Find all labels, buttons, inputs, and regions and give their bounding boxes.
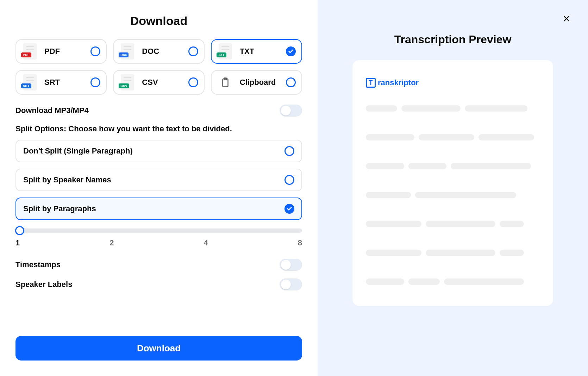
- skeleton-row: [366, 134, 540, 140]
- format-card-csv[interactable]: CSV CSV: [113, 70, 204, 95]
- format-label: CSV: [142, 78, 188, 87]
- download-dialog: Download PDF PDF Doc DOC: [0, 0, 588, 376]
- split-option-label: Split by Paragraphs: [23, 204, 96, 213]
- radio-unchecked: [188, 46, 198, 56]
- format-grid: PDF PDF Doc DOC TXT TXT: [15, 39, 302, 95]
- split-options-heading: Split Options: Choose how you want the t…: [15, 124, 302, 133]
- brand-name: ranskriptor: [378, 78, 419, 87]
- format-label: PDF: [44, 47, 90, 56]
- brand-logo: Transkriptor: [366, 78, 540, 88]
- pdf-file-icon: PDF: [22, 43, 38, 59]
- preview-panel: Transcription Preview Transkriptor: [318, 0, 588, 376]
- radio-unchecked: [90, 46, 100, 56]
- speaker-labels-row: Speaker Labels: [15, 278, 302, 290]
- format-label: TXT: [240, 47, 286, 56]
- skeleton-row: [366, 192, 540, 198]
- slider-tick: 4: [204, 238, 208, 247]
- format-card-clipboard[interactable]: Clipboard: [211, 70, 302, 95]
- slider-ticks: 1 2 4 8: [15, 238, 302, 247]
- preview-card: Transkriptor: [352, 60, 553, 306]
- radio-unchecked: [188, 77, 198, 87]
- split-options-list: Don't Split (Single Paragraph) Split by …: [15, 140, 302, 220]
- format-label: SRT: [44, 78, 90, 87]
- csv-file-icon: CSV: [119, 74, 136, 90]
- slider-tick: 2: [110, 238, 114, 247]
- split-option-speaker-names[interactable]: Split by Speaker Names: [15, 169, 302, 191]
- split-option-label: Split by Speaker Names: [23, 175, 111, 184]
- slider-tick: 8: [298, 238, 302, 247]
- media-download-label: Download MP3/MP4: [15, 106, 89, 115]
- doc-file-icon: Doc: [119, 43, 136, 59]
- radio-checked: [284, 204, 294, 214]
- skeleton-row: [366, 278, 540, 285]
- txt-file-icon: TXT: [217, 43, 233, 59]
- paragraph-length-slider[interactable]: [15, 227, 302, 233]
- timestamps-toggle[interactable]: [280, 259, 302, 271]
- format-card-doc[interactable]: Doc DOC: [113, 39, 204, 64]
- skeleton-row: [366, 163, 540, 169]
- download-button[interactable]: Download: [15, 336, 302, 361]
- clipboard-icon: [217, 74, 233, 90]
- format-card-srt[interactable]: SRT SRT: [15, 70, 107, 95]
- split-option-label: Don't Split (Single Paragraph): [23, 146, 133, 156]
- format-label: DOC: [142, 47, 188, 56]
- skeleton-row: [366, 250, 540, 256]
- skeleton-row: [366, 221, 540, 227]
- radio-unchecked: [284, 175, 294, 185]
- slider-tick: 1: [15, 238, 20, 247]
- brand-logo-icon: T: [366, 78, 376, 88]
- split-option-dont-split[interactable]: Don't Split (Single Paragraph): [15, 140, 302, 162]
- slider-thumb[interactable]: [15, 226, 24, 235]
- skeleton-row: [366, 105, 540, 112]
- preview-title: Transcription Preview: [394, 33, 512, 46]
- speaker-labels-label: Speaker Labels: [15, 280, 72, 289]
- radio-unchecked: [284, 146, 294, 156]
- preview-skeleton: [366, 105, 540, 285]
- radio-checked: [286, 46, 296, 56]
- speaker-labels-toggle[interactable]: [280, 278, 302, 290]
- download-options-panel: Download PDF PDF Doc DOC: [0, 0, 318, 376]
- timestamps-label: Timestamps: [15, 260, 61, 269]
- format-card-txt[interactable]: TXT TXT: [211, 39, 302, 64]
- srt-file-icon: SRT: [22, 74, 38, 90]
- media-download-toggle[interactable]: [280, 105, 302, 117]
- split-option-paragraphs[interactable]: Split by Paragraphs: [15, 198, 302, 220]
- close-icon[interactable]: [561, 13, 572, 24]
- radio-unchecked: [90, 77, 100, 87]
- page-title: Download: [15, 14, 302, 28]
- format-label: Clipboard: [240, 78, 286, 87]
- format-card-pdf[interactable]: PDF PDF: [15, 39, 107, 64]
- media-download-row: Download MP3/MP4: [15, 105, 302, 117]
- radio-unchecked: [286, 77, 296, 87]
- timestamps-row: Timestamps: [15, 259, 302, 271]
